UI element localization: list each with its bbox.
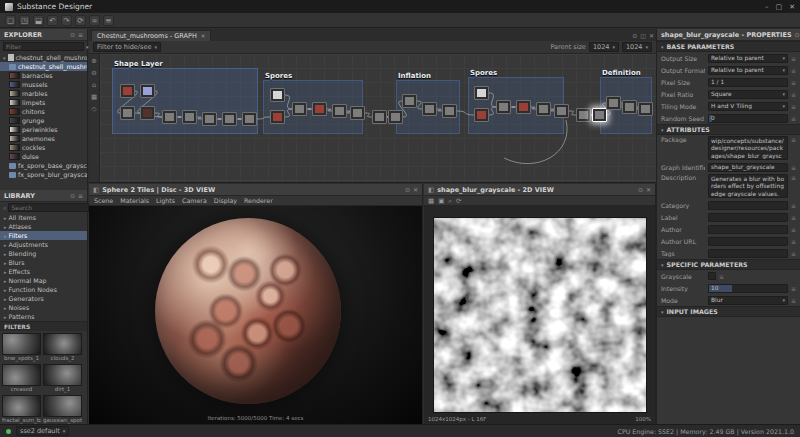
link-icon[interactable]: ∞ [89, 15, 100, 26]
graph-node[interactable] [638, 102, 653, 116]
parent-size-height-dropdown[interactable]: 1024 ▾ [622, 42, 652, 52]
graph-node[interactable] [182, 110, 197, 124]
library-thumbnail[interactable]: gaussian_spots_1 [43, 395, 82, 424]
property-multiline[interactable]: Generates a blur with borders effect by … [708, 174, 788, 198]
graph-node[interactable] [388, 110, 403, 124]
open-file-icon[interactable]: ◳ [19, 15, 30, 26]
property-dropdown[interactable]: Blur▾ [708, 296, 788, 305]
minimize-icon[interactable]: – [765, 3, 769, 11]
panel-close-icon[interactable]: ✕ [413, 186, 418, 193]
graph-node[interactable] [554, 104, 569, 118]
search-input[interactable] [8, 203, 89, 212]
texture-preview[interactable] [433, 217, 647, 413]
fit-icon[interactable]: ▣ [438, 197, 444, 205]
graph-row[interactable]: chestnut_shell_mushrooms [0, 62, 87, 71]
refresh-icon[interactable]: ⟳ [75, 15, 86, 26]
library-thumbnail[interactable]: bnw_spots_1 [2, 333, 41, 362]
library-category[interactable]: ▸Effects [0, 267, 87, 276]
graph-node[interactable] [402, 94, 417, 108]
grid-toggle-icon[interactable]: ▦ [91, 93, 97, 101]
graph-node[interactable] [372, 110, 387, 124]
graph-node[interactable] [332, 104, 347, 118]
view3d-viewport[interactable]: Iterations: 5000/5000 Time: 4 secs [89, 206, 422, 424]
row-menu-icon[interactable]: ≡ [791, 202, 796, 209]
graph-node[interactable] [516, 100, 531, 114]
swatch-item[interactable]: anemones [0, 134, 87, 143]
property-slider[interactable]: 10 [708, 284, 788, 293]
graph-node[interactable] [474, 108, 489, 122]
property-multiline[interactable]: wip/concepts/substance/designer/resource… [708, 136, 788, 160]
panel-pin-icon[interactable]: ⊙ [405, 186, 410, 193]
view3d-menu-lights[interactable]: Lights [156, 197, 175, 204]
zoom-out-icon[interactable]: ⊖ [91, 69, 96, 77]
panel-pin-icon[interactable]: ⊙ [638, 186, 643, 193]
row-menu-icon[interactable]: ≡ [791, 238, 796, 245]
package-row[interactable]: ▾ chestnut_shell_mushrooms.sbs * [0, 53, 87, 62]
view3d-menu-renderer[interactable]: Renderer [244, 197, 273, 204]
library-section-header[interactable]: FILTERS [0, 321, 87, 331]
material-preview-sphere[interactable] [155, 218, 341, 404]
library-category[interactable]: ▸Normal Map [0, 276, 87, 285]
swatch-item[interactable]: periwinkles [0, 125, 87, 134]
swatch-item[interactable]: chitons [0, 107, 87, 116]
parent-size-width-dropdown[interactable]: 1024 ▾ [589, 42, 619, 52]
library-category[interactable]: ▸Generators [0, 294, 87, 303]
graph-node[interactable] [162, 110, 177, 124]
property-dropdown[interactable]: Relative to parent▾ [708, 54, 788, 63]
property-text[interactable]: 1 / 1 [708, 78, 788, 87]
row-menu-icon[interactable]: ≡ [791, 285, 796, 292]
row-menu-icon[interactable]: ≡ [719, 273, 724, 280]
swatch-item[interactable]: marbles [0, 89, 87, 98]
library-category[interactable]: ▸Blending [0, 249, 87, 258]
row-menu-icon[interactable]: ≡ [791, 55, 796, 62]
property-text[interactable] [708, 237, 788, 246]
panel-pin-icon[interactable]: ⊙ [632, 32, 637, 39]
graph-node[interactable] [222, 112, 237, 126]
section-header[interactable]: ▾INPUT IMAGES [657, 306, 800, 317]
resource-item[interactable]: fx_spore_blur_grayscale [0, 170, 87, 179]
swatch-item[interactable]: barnacles [0, 71, 87, 80]
fit-view-icon[interactable]: ⌂ [92, 81, 96, 89]
save-icon[interactable]: ⬓ [33, 15, 44, 26]
property-dropdown[interactable]: H and V Tiling▾ [708, 102, 788, 111]
library-thumbnail[interactable]: clouds_2 [43, 333, 82, 362]
library-category[interactable]: ▸Filters [0, 231, 87, 240]
graph-filter-dropdown[interactable]: Filter to hide/see ▾ [93, 42, 161, 52]
library-thumbnail[interactable]: fractal_sum_base [2, 395, 41, 424]
zoom-icon[interactable]: ⌕ [448, 197, 452, 205]
property-text[interactable]: shape_blur_grayscale [708, 163, 788, 172]
row-menu-icon[interactable]: ≡ [791, 174, 796, 181]
graph-node[interactable] [270, 110, 285, 124]
view3d-menu-scene[interactable]: Scene [94, 197, 113, 204]
graph-node[interactable] [592, 108, 607, 122]
property-text[interactable] [708, 225, 788, 234]
row-menu-icon[interactable]: ≡ [791, 164, 796, 171]
swatch-item[interactable]: mussels [0, 80, 87, 89]
graph-node[interactable] [422, 102, 437, 116]
graph-tab[interactable]: Chestnut_mushrooms - GRAPH ✕ [91, 30, 211, 41]
panel-close-icon[interactable]: ✕ [649, 32, 654, 39]
tiling-icon[interactable]: ▦ [428, 197, 434, 205]
graph-node[interactable] [442, 104, 457, 118]
row-menu-icon[interactable]: ≡ [791, 103, 796, 110]
row-menu-icon[interactable]: ≡ [791, 79, 796, 86]
library-category[interactable]: ▸Noises [0, 303, 87, 312]
graph-node[interactable] [202, 112, 217, 126]
row-menu-icon[interactable]: ≡ [791, 136, 796, 143]
library-category[interactable]: ▸All Items [0, 213, 87, 222]
property-text[interactable] [708, 201, 788, 210]
zoom-in-icon[interactable]: ⊕ [91, 57, 96, 65]
redo-icon[interactable]: ↷ [61, 15, 72, 26]
graph-node[interactable] [292, 102, 307, 116]
graph-node[interactable] [242, 112, 257, 126]
row-menu-icon[interactable]: ≡ [791, 91, 796, 98]
library-category[interactable]: ▸Patterns [0, 312, 87, 321]
graph-node[interactable] [120, 106, 135, 120]
new-file-icon[interactable]: ▢ [5, 15, 16, 26]
view2d-viewport[interactable]: 1024x1024px - L 16F 100% [424, 206, 655, 424]
panel-pin-icon[interactable]: ⊙ [795, 31, 800, 38]
library-category[interactable]: ▸Function Nodes [0, 285, 87, 294]
row-menu-icon[interactable]: ≡ [791, 297, 796, 304]
graph-node[interactable] [270, 88, 285, 102]
graph-node[interactable] [606, 96, 621, 110]
